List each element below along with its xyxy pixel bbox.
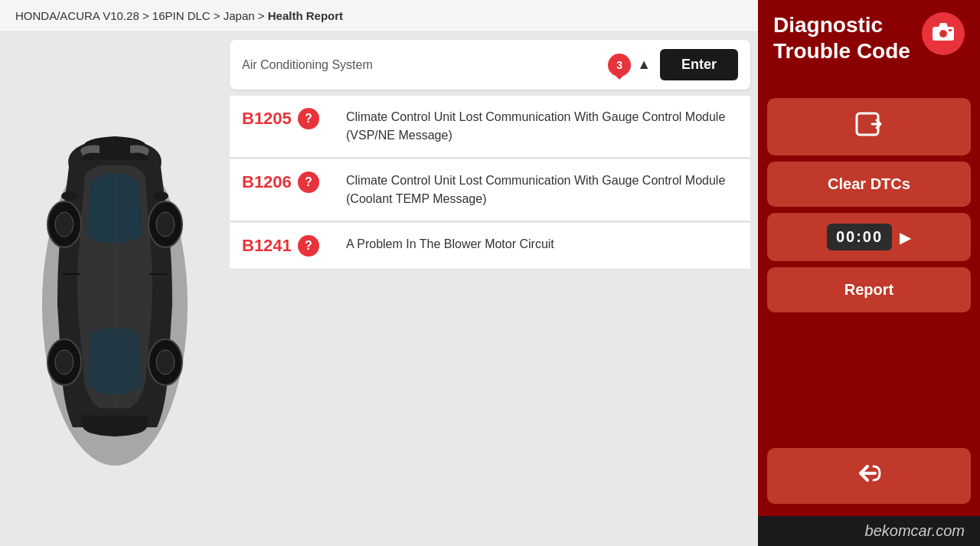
- dtc-description: Climate Control Unit Lost Communication …: [346, 172, 738, 208]
- watermark: bekomcar.com: [758, 516, 980, 546]
- arrow-up-icon[interactable]: ▲: [637, 57, 651, 73]
- system-label: Air Conditioning System: [242, 58, 608, 72]
- dtc-code: B1206: [242, 172, 292, 192]
- breadcrumb: HONDA/ACURA V10.28 > 16PIN DLC > Japan >…: [0, 0, 758, 32]
- table-row[interactable]: B1241 ? A Problem In The Blower Motor Ci…: [230, 223, 750, 270]
- help-icon[interactable]: ?: [298, 172, 319, 193]
- breadcrumb-prefix: HONDA/ACURA V10.28 > 16PIN DLC > Japan >: [15, 9, 268, 22]
- export-icon: [855, 112, 883, 142]
- table-row[interactable]: B1205 ? Climate Control Unit Lost Commun…: [230, 96, 750, 158]
- help-icon[interactable]: ?: [298, 235, 319, 257]
- svg-point-9: [156, 350, 175, 374]
- report-button[interactable]: Report: [767, 267, 971, 312]
- camera-icon: [932, 21, 955, 47]
- enter-button[interactable]: Enter: [660, 49, 738, 80]
- dtc-code: B1241: [242, 236, 292, 256]
- dtc-description: Climate Control Unit Lost Communication …: [346, 108, 738, 145]
- dtc-code: B1205: [242, 109, 292, 129]
- clear-dtcs-button[interactable]: Clear DTCs: [767, 162, 971, 207]
- svg-point-12: [61, 191, 77, 201]
- back-button[interactable]: [767, 448, 971, 504]
- breadcrumb-current: Health Report: [268, 9, 343, 22]
- svg-point-5: [156, 212, 175, 237]
- sidebar-buttons: Clear DTCs 00:00 ▶ Report: [758, 92, 980, 516]
- play-icon[interactable]: ▶: [900, 228, 911, 247]
- watermark-text: bekomcar.com: [865, 522, 965, 539]
- dtc-count-badge: 3: [608, 54, 631, 77]
- dtc-code-area: B1205 ?: [242, 108, 334, 129]
- timer-display: 00:00: [827, 224, 892, 250]
- sidebar-title: DiagnosticTrouble Code: [773, 12, 922, 64]
- car-image: [23, 106, 207, 473]
- svg-point-7: [55, 350, 74, 374]
- system-selector[interactable]: Air Conditioning System 3 ▲ Enter: [230, 40, 750, 90]
- report-label: Report: [844, 281, 893, 299]
- svg-point-16: [941, 31, 946, 36]
- dtc-panel: Air Conditioning System 3 ▲ Enter B1205 …: [230, 32, 758, 546]
- dtc-description: A Problem In The Blower Motor Circuit: [346, 235, 738, 253]
- right-sidebar: DiagnosticTrouble Code: [758, 0, 980, 546]
- body-area: Air Conditioning System 3 ▲ Enter B1205 …: [0, 32, 758, 546]
- svg-point-13: [153, 191, 168, 201]
- svg-rect-17: [949, 29, 952, 31]
- camera-button[interactable]: [922, 12, 965, 55]
- export-button[interactable]: [767, 98, 971, 155]
- dtc-code-area: B1206 ?: [242, 172, 334, 193]
- dtc-code-area: B1241 ?: [242, 235, 334, 257]
- back-icon: [854, 462, 884, 490]
- main-content: HONDA/ACURA V10.28 > 16PIN DLC > Japan >…: [0, 0, 758, 546]
- help-icon[interactable]: ?: [298, 108, 319, 129]
- car-panel: [0, 32, 230, 546]
- dtc-list: B1205 ? Climate Control Unit Lost Commun…: [230, 96, 750, 538]
- sidebar-header: DiagnosticTrouble Code: [758, 0, 980, 92]
- clear-dtcs-label: Clear DTCs: [828, 175, 910, 193]
- svg-point-3: [55, 212, 74, 237]
- table-row[interactable]: B1206 ? Climate Control Unit Lost Commun…: [230, 159, 750, 221]
